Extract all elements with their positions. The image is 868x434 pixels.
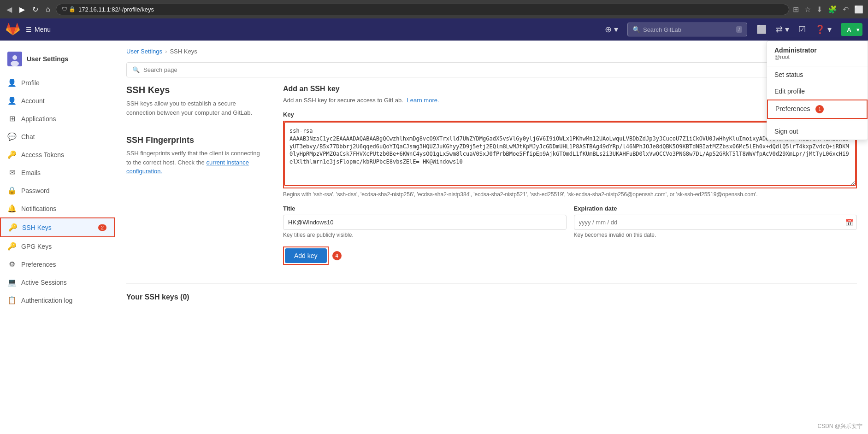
sidebar-item-password[interactable]: 🔒 Password	[0, 182, 115, 199]
svg-text:A: A	[847, 26, 851, 33]
title-input[interactable]	[283, 215, 567, 230]
left-section: SSH Keys SSH keys allow you to establish…	[126, 85, 265, 265]
sidebar-item-auth-log[interactable]: 📋 Authentication log	[0, 291, 115, 309]
sidebar-label-applications: Applications	[21, 115, 56, 123]
download-icon[interactable]: ⬇	[816, 5, 822, 14]
todo-icon-btn[interactable]: ☑	[795, 22, 809, 37]
slash-badge: /	[736, 26, 742, 33]
breadcrumb-separator: ›	[165, 48, 167, 55]
page-search-input[interactable]	[143, 66, 851, 73]
dropdown-sign-out[interactable]: Sign out	[767, 123, 868, 140]
main-layout: User Settings 👤 Profile 👤 Account ⊞ Appl…	[0, 41, 868, 434]
chat-icon: 💬	[7, 132, 17, 141]
breadcrumb-current: SSH Keys	[170, 48, 197, 55]
sidebar-item-access-tokens[interactable]: 🔑 Access Tokens	[0, 146, 115, 164]
sidebar-label-preferences: Preferences	[21, 261, 56, 268]
url-text: 172.16.11.1:82/-/profile/keys	[78, 6, 154, 13]
emails-icon: ✉	[7, 168, 17, 177]
sidebar-label-notifications: Notifications	[21, 205, 56, 212]
history-icon[interactable]: ↶	[843, 5, 849, 14]
puzzle-icon[interactable]: 🧩	[828, 5, 837, 14]
dropdown-preferences[interactable]: Preferences 1	[767, 100, 868, 119]
sidebar-item-account[interactable]: 👤 Account	[0, 92, 115, 110]
key-hint: Begins with 'ssh-rsa', 'ssh-dss', 'ecdsa…	[283, 191, 857, 198]
sidebar-item-emails[interactable]: ✉ Emails	[0, 164, 115, 182]
header-icon-group: ⬜ ⇄ ▾ ☑ ❓ ▾	[753, 22, 835, 37]
title-expiry-row: Title Key titles are publicly visible. E…	[283, 205, 857, 238]
dropdown-username: Administrator	[774, 47, 860, 54]
expiry-label: Expiration date	[574, 205, 857, 212]
ssh-keys-description: SSH keys allow you to establish a secure…	[126, 99, 265, 117]
dropdown-divider	[767, 121, 868, 121]
expiry-hint: Key becomes invalid on this date.	[574, 232, 857, 238]
gpg-keys-icon: 🔑	[7, 242, 17, 251]
dropdown-chevron: ▾	[856, 26, 860, 33]
fingerprints-description: SSH fingerprints verify that the client …	[126, 149, 265, 176]
sidebar-label-password: Password	[21, 187, 49, 194]
search-icon: 🔍	[632, 26, 640, 33]
sidebar-item-active-sessions[interactable]: 💻 Active Sessions	[0, 273, 115, 291]
sidebar-label-profile: Profile	[21, 79, 40, 87]
forward-button[interactable]: ▶	[18, 4, 27, 15]
sidebar-item-notifications[interactable]: 🔔 Notifications	[0, 199, 115, 217]
plus-icon: ⊕ ▾	[605, 24, 618, 35]
learn-more-link[interactable]: Learn more.	[407, 97, 439, 104]
notifications-icon: 🔔	[7, 204, 17, 213]
ssh-keys-icon: 🔑	[8, 223, 18, 232]
expiry-field: Expiration date 📅 Key becomes invalid on…	[574, 205, 857, 238]
search-input[interactable]	[643, 26, 733, 33]
bookmark-icon[interactable]: ☆	[804, 5, 811, 14]
active-sessions-icon: 💻	[7, 278, 17, 287]
your-ssh-keys-title: Your SSH keys (0)	[126, 283, 857, 301]
expiry-input[interactable]	[574, 215, 857, 230]
sidebar-item-chat[interactable]: 💬 Chat	[0, 128, 115, 146]
sidebar-label-gpg-keys: GPG Keys	[21, 243, 52, 250]
dropdown-set-status[interactable]: Set status	[767, 66, 868, 83]
sidebar-label-account: Account	[21, 97, 45, 105]
breadcrumb: User Settings › SSH Keys	[115, 41, 868, 59]
user-avatar-icon: A	[844, 24, 855, 35]
breadcrumb-parent[interactable]: User Settings	[126, 48, 162, 55]
search-bar[interactable]: 🔍 /	[627, 23, 747, 36]
sidebar-item-profile[interactable]: 👤 Profile	[0, 74, 115, 92]
add-key-btn-border: Add key	[283, 246, 329, 265]
password-icon: 🔒	[7, 186, 17, 195]
dropdown-handle: @root	[774, 54, 860, 60]
ssh-fingerprints-section: SSH Fingerprints SSH fingerprints verify…	[126, 135, 265, 176]
browser-chrome: ◀ ▶ ↻ ⌂ 🛡 🔒 172.16.11.1:82/-/profile/key…	[0, 0, 868, 18]
copy-icon-btn[interactable]: ⬜	[753, 22, 770, 37]
title-hint: Key titles are publicly visible.	[283, 232, 567, 238]
add-key-button[interactable]: Add key	[285, 248, 327, 263]
content-body: SSH Keys SSH keys allow you to establish…	[115, 85, 868, 265]
address-bar[interactable]: 🛡 🔒 172.16.11.1:82/-/profile/keys	[56, 4, 789, 15]
menu-button[interactable]: ☰ Menu	[26, 26, 51, 33]
account-icon: 👤	[7, 96, 17, 105]
sidebar-item-preferences[interactable]: ⚙ Preferences	[0, 255, 115, 273]
sidebar-item-applications[interactable]: ⊞ Applications	[0, 110, 115, 128]
dropdown-header: Administrator @root	[767, 41, 868, 66]
home-button[interactable]: ⌂	[44, 4, 52, 14]
lock-icon: 🛡 🔒	[62, 6, 76, 12]
create-button[interactable]: ⊕ ▾	[601, 22, 622, 37]
sidebar-header: User Settings	[0, 48, 115, 74]
dropdown-edit-profile[interactable]: Edit profile	[767, 83, 868, 100]
calendar-icon: 📅	[845, 219, 853, 226]
ssh-keys-badge: 2	[98, 224, 106, 231]
sidebar-item-ssh-keys[interactable]: 🔑 SSH Keys 2	[0, 217, 115, 237]
header-actions: ⊕ ▾	[601, 22, 622, 37]
title-label: Title	[283, 205, 567, 212]
sidebar-label-ssh-keys: SSH Keys	[22, 224, 52, 231]
your-ssh-keys-section: Your SSH keys (0)	[115, 283, 868, 301]
back-button[interactable]: ◀	[5, 4, 14, 15]
preferences-badge: 1	[815, 105, 824, 113]
profile-icon: 👤	[7, 78, 17, 87]
page-search-bar[interactable]: 🔍	[126, 62, 857, 77]
extension-icon[interactable]: ⊞	[793, 5, 799, 14]
sidebar-item-gpg-keys[interactable]: 🔑 GPG Keys	[0, 237, 115, 255]
windows-icon[interactable]: ⬜	[854, 5, 863, 14]
gitlab-header: ☰ Menu ⊕ ▾ 🔍 / ⬜ ⇄ ▾ ☑ ❓ ▾ A ▾ Administr…	[0, 18, 868, 41]
merge-request-icon-btn[interactable]: ⇄ ▾	[772, 22, 793, 37]
help-icon-btn[interactable]: ❓ ▾	[811, 22, 835, 37]
refresh-button[interactable]: ↻	[30, 4, 40, 15]
user-menu-button[interactable]: A ▾	[841, 23, 862, 36]
